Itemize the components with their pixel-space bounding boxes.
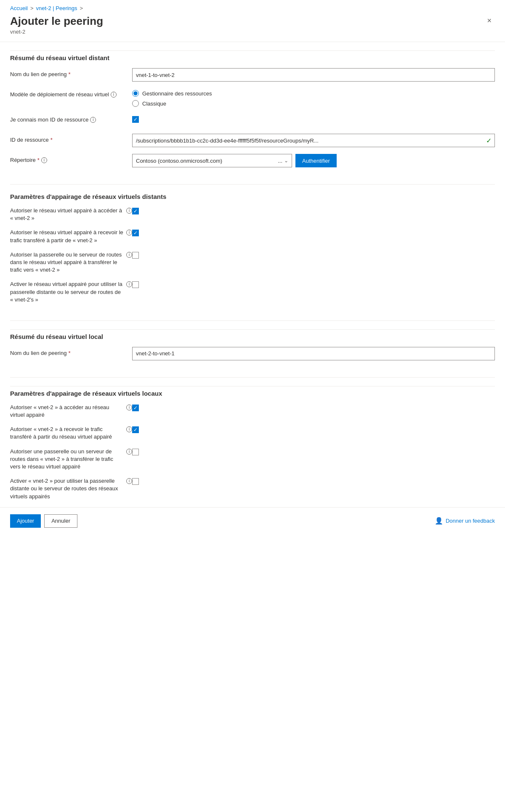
footer: Ajouter Annuler 👤 Donner un feedback: [0, 507, 505, 534]
local-peering-link-label: Nom du lien de peering *: [10, 347, 132, 357]
resource-id-required: *: [50, 136, 53, 144]
know-resource-id-checkbox[interactable]: [132, 116, 139, 123]
resource-id-control: ✓: [132, 134, 495, 147]
panel-title-area: Ajouter le peering vnet-2: [10, 15, 103, 35]
authenticate-button[interactable]: Authentifier: [295, 154, 337, 167]
directory-value: Contoso (contoso.onmicrosoft.com): [136, 158, 222, 164]
remote-setting-1-control: [132, 207, 139, 214]
peering-link-name-input[interactable]: [132, 68, 495, 82]
panel-header: Ajouter le peering vnet-2 ×: [0, 15, 505, 42]
remote-setting-2-label: Autoriser le réseau virtuel appairé à re…: [10, 229, 132, 244]
feedback-label: Donner un feedback: [446, 518, 495, 524]
local-setting-1-control: [132, 404, 139, 411]
remote-setting-3-control: [132, 251, 139, 259]
remote-setting-3-row: Autoriser la passerelle ou le serveur de…: [10, 251, 495, 274]
local-setting-1-row: Autoriser « vnet-2 » à accéder au réseau…: [10, 404, 495, 419]
add-button[interactable]: Ajouter: [10, 514, 41, 528]
remote-setting-4-checkbox[interactable]: [132, 281, 139, 288]
resource-id-label: ID de ressource *: [10, 134, 132, 144]
local-setting-2-info-icon[interactable]: i: [126, 426, 132, 432]
deployment-info-icon[interactable]: i: [111, 92, 117, 98]
remote-setting-1-checkbox[interactable]: [132, 208, 139, 214]
local-setting-4-control: [132, 477, 139, 485]
chevron-down-icon: ⌄: [284, 158, 288, 164]
remote-setting-2-info-icon[interactable]: i: [126, 230, 132, 235]
local-section-title: Résumé du réseau virtuel local: [10, 329, 495, 340]
cancel-button[interactable]: Annuler: [44, 514, 77, 528]
remote-setting-4-label: Activer le réseau virtuel appairé pour u…: [10, 280, 132, 304]
breadcrumb-sep1: >: [30, 5, 34, 11]
local-setting-4-info-icon[interactable]: i: [126, 478, 132, 484]
remote-setting-1-info-icon[interactable]: i: [126, 208, 132, 214]
remote-section-title: Résumé du réseau virtuel distant: [10, 50, 495, 61]
radio-classic[interactable]: Classique: [132, 100, 212, 107]
local-setting-3-row: Autoriser une passerelle ou un serveur d…: [10, 448, 495, 471]
local-setting-1-checkbox[interactable]: [132, 405, 139, 411]
local-peering-link-control: [132, 347, 495, 360]
feedback-icon: 👤: [435, 517, 443, 525]
directory-row: Répertoire * i Contoso (contoso.onmicros…: [10, 154, 495, 167]
peering-link-name-label: Nom du lien de peering *: [10, 68, 132, 78]
dots-icon: ...: [278, 158, 282, 164]
remote-setting-2-row: Autoriser le réseau virtuel appairé à re…: [10, 229, 495, 244]
panel-title: Ajouter le peering: [10, 15, 103, 28]
required-marker: *: [68, 71, 70, 78]
local-setting-2-label: Autoriser « vnet-2 » à recevoir le trafi…: [10, 426, 132, 441]
remote-setting-4-control: [132, 280, 139, 288]
know-resource-id-label: Je connais mon ID de ressource i: [10, 114, 132, 124]
breadcrumb-vnet[interactable]: vnet-2 | Peerings: [36, 5, 77, 11]
local-setting-4-checkbox[interactable]: [132, 478, 139, 485]
local-setting-3-label: Autoriser une passerelle ou un serveur d…: [10, 448, 132, 471]
directory-info-icon[interactable]: i: [41, 157, 47, 163]
directory-select-wrapper: Contoso (contoso.onmicrosoft.com) ... ⌄ …: [132, 154, 495, 167]
directory-required: *: [37, 156, 40, 164]
local-setting-4-label: Activer « vnet-2 » pour utiliser la pass…: [10, 477, 132, 500]
breadcrumb: Accueil > vnet-2 | Peerings >: [0, 0, 505, 15]
local-peering-required: *: [68, 349, 70, 357]
deployment-model-control: Gestionnaire des ressources Classique: [132, 88, 495, 107]
local-setting-2-control: [132, 426, 139, 433]
remote-setting-1-row: Autoriser le réseau virtuel appairé à ac…: [10, 207, 495, 222]
local-setting-3-control: [132, 448, 139, 455]
remote-setting-3-checkbox[interactable]: [132, 252, 139, 259]
local-setting-1-info-icon[interactable]: i: [126, 405, 132, 410]
local-setting-2-checkbox[interactable]: [132, 426, 139, 433]
remote-setting-4-info-icon[interactable]: i: [126, 281, 132, 287]
remote-setting-4-row: Activer le réseau virtuel appairé pour u…: [10, 280, 495, 304]
breadcrumb-home[interactable]: Accueil: [10, 5, 28, 11]
radio-manager[interactable]: Gestionnaire des ressources: [132, 90, 212, 97]
radio-classic-input[interactable]: [132, 100, 139, 107]
resource-id-valid-icon: ✓: [486, 137, 492, 145]
know-resource-id-control: [132, 114, 495, 123]
know-resource-info-icon[interactable]: i: [90, 117, 96, 123]
deployment-model-label: Modèle de déploiement de réseau virtuel …: [10, 88, 132, 98]
directory-label: Répertoire * i: [10, 154, 132, 164]
remote-setting-2-control: [132, 229, 139, 236]
peering-link-name-row: Nom du lien de peering *: [10, 68, 495, 82]
deployment-model-row: Modèle de déploiement de réseau virtuel …: [10, 88, 495, 107]
resource-id-row: ID de ressource * ✓: [10, 134, 495, 147]
remote-setting-2-checkbox[interactable]: [132, 230, 139, 236]
radio-manager-input[interactable]: [132, 90, 139, 97]
peering-link-name-control: [132, 68, 495, 82]
remote-setting-3-info-icon[interactable]: i: [126, 252, 132, 258]
radio-classic-label: Classique: [142, 101, 166, 107]
remote-setting-3-label: Autoriser la passerelle ou le serveur de…: [10, 251, 132, 274]
local-setting-3-info-icon[interactable]: i: [126, 449, 132, 455]
local-setting-1-label: Autoriser « vnet-2 » à accéder au réseau…: [10, 404, 132, 419]
local-setting-3-checkbox[interactable]: [132, 449, 139, 455]
local-peering-link-input[interactable]: [132, 347, 495, 360]
local-peering-link-row: Nom du lien de peering *: [10, 347, 495, 360]
remote-setting-1-label: Autoriser le réseau virtuel appairé à ac…: [10, 207, 132, 222]
directory-control: Contoso (contoso.onmicrosoft.com) ... ⌄ …: [132, 154, 495, 167]
deployment-radio-group: Gestionnaire des ressources Classique: [132, 88, 212, 107]
close-button[interactable]: ×: [484, 15, 495, 27]
local-setting-4-row: Activer « vnet-2 » pour utiliser la pass…: [10, 477, 495, 500]
directory-select[interactable]: Contoso (contoso.onmicrosoft.com) ... ⌄: [132, 154, 292, 167]
local-settings-title: Paramètres d'appairage de réseaux virtue…: [10, 386, 495, 397]
remote-settings-title: Paramètres d'appairage de réseaux virtue…: [10, 193, 495, 200]
feedback-link[interactable]: 👤 Donner un feedback: [435, 517, 495, 525]
panel-subtitle: vnet-2: [10, 29, 103, 35]
resource-id-input[interactable]: [132, 134, 495, 147]
know-resource-id-row: Je connais mon ID de ressource i: [10, 114, 495, 127]
